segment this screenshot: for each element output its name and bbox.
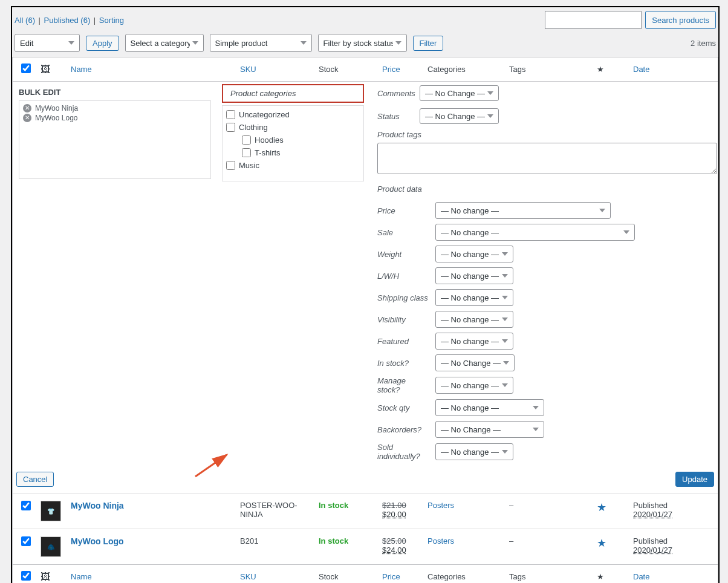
featured-star-icon[interactable]: ★	[597, 501, 606, 513]
product-thumbnail[interactable]: 👕	[41, 501, 61, 521]
bulk-edit-heading: BULK EDIT	[16, 84, 222, 98]
stock-status-filter[interactable]: Filter by stock status	[318, 34, 407, 52]
col-name[interactable]: Name	[71, 65, 92, 74]
select-all-checkbox[interactable]	[21, 64, 31, 73]
cat-hoodies[interactable]: Hoodies	[226, 134, 360, 146]
filter-sorting[interactable]: Sorting	[99, 16, 124, 25]
product-categories-heading: Product categories	[222, 84, 364, 103]
col-date[interactable]: Date	[633, 65, 649, 74]
lwh-select[interactable]: — No change —	[435, 267, 513, 284]
stock-qty-select[interactable]: — No change —	[435, 399, 544, 416]
bulk-action-select[interactable]: Edit	[15, 34, 80, 52]
table-header: 🖼 Name SKU Stock Price Categories Tags ★…	[13, 57, 718, 82]
col-sku[interactable]: SKU	[240, 65, 256, 74]
bulk-item: ✕MyWoo Ninja	[22, 103, 208, 113]
col-sku[interactable]: SKU	[240, 572, 256, 581]
stock-status: In stock	[319, 536, 348, 546]
featured-star-icon[interactable]: ★	[597, 537, 606, 549]
product-type-filter[interactable]: Simple product	[210, 34, 312, 52]
shipping-class-select[interactable]: — No change —	[435, 289, 513, 306]
col-date[interactable]: Date	[633, 572, 649, 581]
col-price[interactable]: Price	[382, 65, 400, 74]
status-select[interactable]: — No Change —	[420, 108, 499, 124]
remove-item-icon[interactable]: ✕	[23, 114, 31, 122]
col-categories: Categories	[427, 65, 466, 74]
col-tags: Tags	[509, 65, 525, 74]
remove-item-icon[interactable]: ✕	[23, 104, 31, 112]
update-button[interactable]: Update	[675, 472, 714, 487]
product-sku: POSTER-WOO-NINJA	[236, 498, 315, 521]
product-data-heading: Product data	[377, 176, 717, 200]
comments-select[interactable]: — No Change —	[420, 85, 499, 101]
cat-tshirts[interactable]: T-shirts	[226, 146, 360, 159]
manage-stock-select[interactable]: — No change —	[435, 377, 513, 394]
col-price[interactable]: Price	[382, 572, 400, 581]
bulk-item: ✕MyWoo Logo	[22, 113, 208, 123]
filter-all[interactable]: All (6)	[15, 16, 35, 25]
arrow-annotation	[193, 451, 241, 481]
col-stock: Stock	[319, 65, 339, 74]
col-name[interactable]: Name	[71, 572, 92, 581]
bulk-items-list: ✕MyWoo Ninja ✕MyWoo Logo	[19, 100, 211, 179]
tags-textarea[interactable]	[377, 143, 717, 174]
filter-published[interactable]: Published (6)	[44, 16, 91, 25]
image-column-icon: 🖼	[41, 572, 50, 582]
search-input[interactable]	[545, 11, 642, 29]
product-name-link[interactable]: MyWoo Ninja	[71, 501, 124, 510]
cat-clothing[interactable]: Clothing	[226, 121, 360, 134]
status-label: Status	[377, 112, 415, 121]
search-button[interactable]: Search products	[645, 11, 716, 29]
featured-select[interactable]: — No change —	[435, 333, 513, 350]
weight-select[interactable]: — No change —	[435, 246, 513, 262]
tags-label: Product tags	[377, 130, 717, 143]
bulk-edit-panel: BULK EDIT ✕MyWoo Ninja ✕MyWoo Logo Produ…	[13, 82, 718, 466]
cat-music[interactable]: Music	[226, 159, 360, 172]
row-checkbox[interactable]	[21, 536, 31, 546]
row-checkbox[interactable]	[21, 501, 31, 510]
table-footer: 🖼 Name SKU Stock Price Categories Tags ★…	[13, 564, 718, 583]
cat-uncategorized[interactable]: Uncategorized	[226, 108, 360, 121]
filter-links: All (6) | Published (6) | Sorting	[15, 16, 124, 25]
comments-label: Comments	[377, 89, 415, 98]
product-thumbnail[interactable]: 🧥	[41, 536, 61, 557]
item-count: 2 items	[691, 39, 716, 48]
price-select[interactable]: — No change —	[435, 202, 611, 219]
sold-individually-select[interactable]: — No change —	[435, 443, 513, 460]
sale-select[interactable]: — No change —	[435, 224, 635, 241]
col-featured-icon: ★	[597, 65, 604, 74]
image-column-icon: 🖼	[41, 64, 50, 74]
backorders-select[interactable]: — No Change —	[435, 421, 544, 438]
table-row: 🧥 MyWoo Logo B201 In stock $25.00$24.00 …	[13, 529, 718, 564]
cancel-button[interactable]: Cancel	[16, 472, 54, 487]
product-name-link[interactable]: MyWoo Logo	[71, 536, 124, 546]
product-category-link[interactable]: Posters	[427, 536, 454, 546]
visibility-select[interactable]: — No change —	[435, 311, 513, 328]
product-categories-list[interactable]: Uncategorized Clothing Hoodies T-shirts …	[222, 105, 364, 181]
table-row: 👕 MyWoo Ninja POSTER-WOO-NINJA In stock …	[13, 493, 718, 529]
apply-button[interactable]: Apply	[86, 36, 119, 51]
instock-select[interactable]: — No Change —	[435, 354, 515, 371]
stock-status: In stock	[319, 501, 348, 510]
product-category-link[interactable]: Posters	[427, 501, 454, 510]
category-filter[interactable]: Select a category	[125, 34, 204, 52]
filter-button[interactable]: Filter	[413, 36, 444, 51]
select-all-checkbox-bottom[interactable]	[21, 571, 31, 581]
product-sku: B201	[236, 534, 315, 548]
svg-line-0	[195, 455, 227, 477]
col-featured-icon: ★	[597, 572, 604, 581]
